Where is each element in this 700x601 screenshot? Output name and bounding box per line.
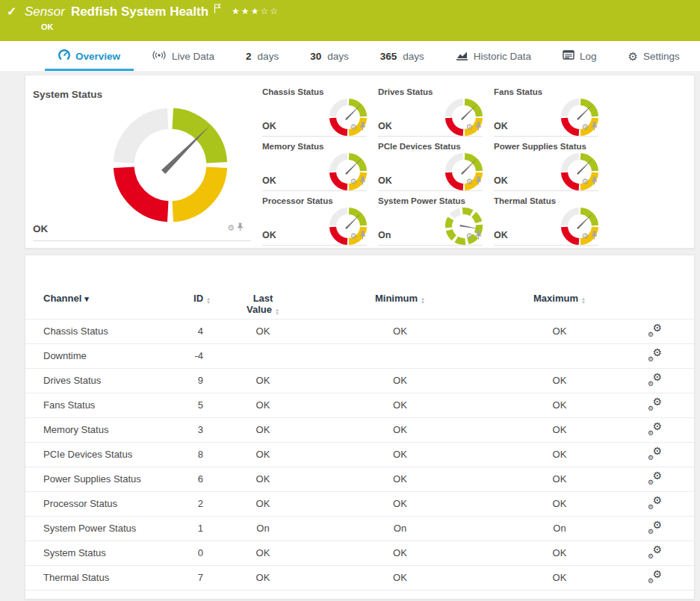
tab-overview[interactable]: Overview — [43, 41, 136, 71]
pin-icon[interactable] — [359, 175, 366, 188]
cell-minimum: OK — [308, 442, 492, 467]
table-row[interactable]: PCIe Devices Status 8 OK OK OK ⚙⚙ — [25, 442, 694, 467]
cell-channel: System Status — [25, 541, 182, 565]
channel-settings-icon[interactable]: ⚙⚙ — [648, 324, 662, 336]
pin-icon[interactable] — [475, 175, 482, 188]
channel-settings-icon[interactable]: ⚙⚙ — [648, 472, 662, 484]
channel-settings-icon[interactable]: ⚙⚙ — [648, 496, 662, 508]
column-header-last-value[interactable]: Last Value▲▼ — [218, 285, 308, 319]
column-header-channel[interactable]: Channel▾ — [25, 285, 182, 319]
gauge-title: Memory Status — [262, 142, 323, 151]
table-row[interactable]: Power Supplies Status 6 OK OK OK ⚙⚙ — [25, 467, 694, 491]
pin-icon[interactable] — [359, 120, 366, 134]
gear-icon[interactable]: ⚙ — [350, 232, 357, 240]
channel-gauge-panel[interactable]: Fans Status OK ⚙ — [494, 83, 598, 137]
channel-settings-icon[interactable]: ⚙⚙ — [648, 546, 662, 558]
channel-gauge-panel[interactable]: Memory Status OK ⚙ — [262, 137, 367, 191]
cell-channel: System Power Status — [25, 516, 182, 541]
flag-icon[interactable] — [214, 3, 221, 16]
gear-icon[interactable]: ⚙ — [581, 232, 589, 240]
pin-icon[interactable] — [591, 120, 598, 134]
channel-table-body: Chassis Status 4 OK OK OK ⚙⚙ Downtime -4… — [25, 319, 694, 590]
tab-settings[interactable]: ⚙ Settings — [613, 41, 696, 71]
gauge-value: OK — [494, 175, 508, 186]
pin-icon[interactable] — [591, 229, 598, 243]
channel-gauge-panel[interactable]: Power Supplies Status OK ⚙ — [494, 137, 598, 191]
channel-gauge-panel[interactable]: Thermal Status OK ⚙ — [494, 192, 598, 246]
cell-minimum: OK — [308, 417, 492, 442]
pin-icon[interactable] — [359, 229, 366, 243]
gear-icon[interactable]: ⚙ — [465, 123, 473, 131]
gear-icon[interactable]: ⚙ — [350, 123, 357, 131]
sort-arrows-icon: ▲▼ — [275, 308, 279, 316]
column-header-minimum[interactable]: Minimum▲▼ — [308, 285, 492, 319]
channel-settings-icon[interactable]: ⚙⚙ — [648, 570, 662, 582]
channel-settings-icon[interactable]: ⚙⚙ — [648, 423, 662, 435]
cell-minimum: OK — [308, 541, 492, 565]
channel-gauge-panel[interactable]: PCIe Devices Status OK ⚙ — [378, 137, 483, 191]
system-status-panel[interactable]: System Status OK ⚙ — [33, 83, 251, 241]
cell-actions: ⚙⚙ — [627, 393, 694, 417]
cell-actions: ⚙⚙ — [627, 565, 694, 590]
gear-icon[interactable]: ⚙ — [465, 178, 473, 186]
gauge-grid: Chassis Status OK ⚙ Drives Status OK ⚙ F… — [262, 83, 598, 248]
table-row[interactable]: Chassis Status 4 OK OK OK ⚙⚙ — [25, 319, 694, 343]
table-row[interactable]: Downtime -4 ⚙⚙ — [25, 343, 694, 368]
tab-log[interactable]: Log — [547, 41, 613, 71]
channel-settings-icon[interactable]: ⚙⚙ — [648, 349, 662, 361]
channel-settings-icon[interactable]: ⚙⚙ — [648, 521, 662, 533]
gear-icon[interactable]: ⚙ — [465, 232, 473, 240]
cell-actions: ⚙⚙ — [627, 541, 694, 565]
column-header-maximum[interactable]: Maximum▲▼ — [492, 285, 627, 319]
cell-minimum — [308, 343, 492, 368]
sort-arrows-icon: ▲▼ — [421, 297, 425, 305]
priority-stars[interactable]: ★★★☆☆ — [232, 6, 279, 16]
pin-icon[interactable] — [237, 221, 244, 234]
channel-gauge-panel[interactable]: Drives Status OK ⚙ — [378, 83, 483, 137]
cell-actions: ⚙⚙ — [627, 442, 694, 467]
tab-365-days[interactable]: 365 days — [365, 41, 440, 71]
gauge-title: Chassis Status — [262, 87, 323, 96]
channel-gauge-panel[interactable]: System Power Status On ⚙ — [378, 192, 483, 246]
gauge-icon — [58, 49, 70, 63]
tab-2-days[interactable]: 2 days — [230, 41, 294, 71]
channel-gauge-panel[interactable]: Chassis Status OK ⚙ — [262, 83, 367, 137]
page-title: Redfish System Health — [71, 4, 208, 19]
table-row[interactable]: System Status 0 OK OK OK ⚙⚙ — [25, 541, 694, 565]
table-row[interactable]: Processor Status 2 OK OK OK ⚙⚙ — [25, 491, 694, 516]
tab-label: Overview — [75, 51, 120, 62]
gear-icon[interactable]: ⚙ — [350, 178, 357, 186]
sort-arrows-icon: ▲▼ — [581, 297, 586, 305]
cell-actions: ⚙⚙ — [627, 319, 694, 343]
gear-icon[interactable]: ⚙ — [227, 224, 235, 232]
log-icon — [563, 50, 574, 62]
cell-maximum: OK — [492, 467, 627, 491]
cell-id: 2 — [182, 491, 218, 516]
column-header-id[interactable]: ID▲▼ — [182, 285, 218, 319]
cell-channel: Drives Status — [25, 368, 182, 393]
channel-settings-icon[interactable]: ⚙⚙ — [648, 398, 662, 410]
channel-settings-icon[interactable]: ⚙⚙ — [648, 447, 662, 459]
cell-last-value: OK — [218, 442, 308, 467]
pin-icon[interactable] — [475, 120, 482, 134]
gear-icon[interactable]: ⚙ — [581, 123, 589, 131]
channel-settings-icon[interactable]: ⚙⚙ — [648, 373, 662, 385]
table-row[interactable]: Fans Status 5 OK OK OK ⚙⚙ — [25, 393, 694, 417]
table-row[interactable]: Drives Status 9 OK OK OK ⚙⚙ — [25, 368, 694, 393]
cell-maximum: OK — [492, 417, 627, 442]
cell-id: -4 — [182, 343, 218, 368]
tab-30-days[interactable]: 30 days — [294, 41, 365, 71]
tab-historic-data[interactable]: Historic Data — [440, 41, 547, 71]
gauge-title: Power Supplies Status — [494, 142, 586, 151]
gauges-panel: System Status OK ⚙ Chassis Status OK ⚙ D… — [25, 75, 695, 249]
pin-icon[interactable] — [591, 175, 598, 188]
table-row[interactable]: Thermal Status 7 OK OK OK ⚙⚙ — [25, 565, 694, 590]
gauge-title: Drives Status — [378, 87, 433, 96]
gear-icon[interactable]: ⚙ — [581, 178, 589, 186]
table-row[interactable]: System Power Status 1 On On On ⚙⚙ — [25, 516, 694, 541]
tab-live-data[interactable]: Live Data — [136, 41, 230, 71]
cell-last-value: OK — [218, 541, 308, 565]
pin-icon[interactable] — [475, 229, 482, 243]
table-row[interactable]: Memory Status 3 OK OK OK ⚙⚙ — [25, 417, 694, 442]
channel-gauge-panel[interactable]: Processor Status OK ⚙ — [262, 192, 367, 246]
